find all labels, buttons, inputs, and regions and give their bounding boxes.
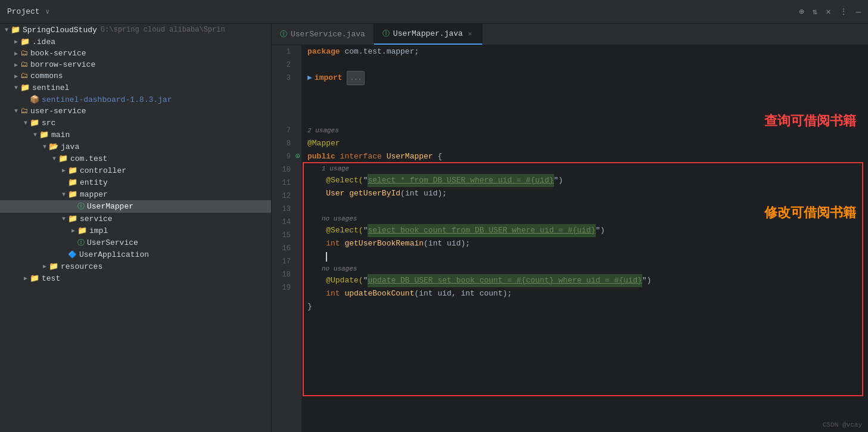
code-line-16-hint: no usages xyxy=(307,263,868,274)
space-11 xyxy=(344,187,349,200)
tree-item-user-service[interactable]: ▼ 🗂 user-service xyxy=(0,105,271,117)
tree-item-root[interactable]: ▼ 📁 SpringCloudStudy G:\spring cloud ali… xyxy=(0,24,271,36)
method-updatebookcount: updateBookCount xyxy=(344,287,414,300)
tree-item-userapplication[interactable]: 🔷 UserApplication xyxy=(0,249,271,260)
tree-label-service: service xyxy=(80,215,113,223)
code-line-16: @Update("update DB_USER set book_count =… xyxy=(307,274,868,287)
tree-item-idea[interactable]: ▶ 📁 .idea xyxy=(0,36,271,48)
toolbar-arrow-down: ∨ xyxy=(46,8,50,15)
more-icon[interactable]: ⋮ xyxy=(839,7,848,17)
ln-18: 18 xyxy=(272,268,295,281)
type-user: User xyxy=(326,187,344,200)
folder-icon-root: 📁 xyxy=(11,25,20,35)
resources-icon: 📁 xyxy=(49,262,58,271)
close-icon[interactable]: ✕ xyxy=(826,7,830,17)
code-line-13: @Select("select book_count from DB_USER … xyxy=(307,224,868,237)
annotation-mapper: @Mapper xyxy=(307,137,340,150)
expand-arrow-idea: ▶ xyxy=(12,38,20,45)
tree-item-borrow-service[interactable]: ▶ 🗂 borrow-service xyxy=(0,59,271,70)
tree-item-main[interactable]: ▼ 📁 main xyxy=(0,129,271,141)
q3: " xyxy=(363,224,368,237)
module-icon-borrow: 🗂 xyxy=(20,60,28,69)
globe-icon[interactable]: ⊕ xyxy=(799,7,804,17)
pkg-name: com.test.mapper; xyxy=(344,45,419,58)
ln-blank2 xyxy=(272,98,295,111)
ln-blank3 xyxy=(272,111,295,124)
tab-userservice[interactable]: Ⓘ UserService.java xyxy=(272,24,374,45)
expand-icon[interactable]: ⇅ xyxy=(813,7,817,17)
project-title[interactable]: Project xyxy=(7,7,40,16)
tree-item-userservice[interactable]: Ⓘ UserService xyxy=(0,237,271,249)
tab-usermapper[interactable]: Ⓘ UserMapper.java ✕ xyxy=(374,24,483,45)
tree-label-commons: commons xyxy=(30,72,63,80)
tab-label-userservice: UserService.java xyxy=(291,30,365,39)
import-collapse[interactable]: ... xyxy=(347,71,365,85)
tree-label-user-service: user-service xyxy=(30,107,86,116)
ln-7: 7 xyxy=(272,124,295,137)
tree-label-resources: resources xyxy=(61,262,102,271)
tree-item-sentinel-jar[interactable]: 📦 sentinel-dashboard-1.8.3.jar xyxy=(0,94,271,105)
ln-2: 2 xyxy=(272,58,295,72)
sql-select-1: select * from DB_USER where uid = #{uid} xyxy=(368,174,553,187)
kw-interface: interface xyxy=(340,150,387,163)
tab-label-usermapper: UserMapper.java xyxy=(393,29,463,38)
ln-12: 12 xyxy=(272,189,295,203)
minimize-icon[interactable]: — xyxy=(856,7,861,17)
tree-label-java: java xyxy=(61,142,79,151)
q5: " xyxy=(363,274,368,287)
usage-hint-2: 2 usages xyxy=(307,124,339,137)
tree-label-impl: impl xyxy=(89,226,108,235)
interface-icon-usermapper: Ⓘ xyxy=(77,201,85,212)
tree-item-src[interactable]: ▼ 📁 src xyxy=(0,117,271,129)
tree-label-borrow: borrow-service xyxy=(30,60,95,69)
sig-17: (int uid, int count); xyxy=(414,287,512,300)
expand-arrow-main: ▼ xyxy=(31,132,39,138)
expand-arrow-book: ▶ xyxy=(12,50,20,57)
tree-item-com-test[interactable]: ▼ 📁 com.test xyxy=(0,153,271,164)
code-line-4 xyxy=(307,85,868,98)
method-getbyid: getUserById xyxy=(349,187,400,200)
ln-3: 3 xyxy=(272,72,295,85)
import-arrow[interactable]: ▶ xyxy=(307,72,312,85)
code-editor[interactable]: 1 2 3 7 8 9 10 11 12 13 14 15 16 17 xyxy=(272,45,868,432)
ln-17: 17 xyxy=(272,255,295,268)
tab-close-usermapper[interactable]: ✕ xyxy=(466,29,474,38)
tree-item-commons[interactable]: ▶ 🗂 commons xyxy=(0,70,271,82)
sql-select-2: select book_count from DB_USER where uid… xyxy=(368,224,595,237)
code-line-17: int updateBookCount(int uid, int count); xyxy=(307,287,868,300)
tree-item-java[interactable]: ▼ 📂 java xyxy=(0,141,271,153)
ln-16: 16 xyxy=(272,242,295,255)
package-icon-service: 📁 xyxy=(68,214,77,223)
tree-label-userapplication: UserApplication xyxy=(79,250,149,259)
q1: " xyxy=(363,174,368,187)
tree-item-test[interactable]: ▶ 📁 test xyxy=(0,272,271,284)
tree-item-controller[interactable]: ▶ 📁 controller xyxy=(0,164,271,176)
ln-10: 10 xyxy=(272,163,295,176)
kw-int-17: int xyxy=(326,287,340,300)
ln-13: 13 xyxy=(272,203,295,216)
code-line-5 xyxy=(307,98,868,111)
tree-item-sentinel[interactable]: ▼ 📁 sentinel xyxy=(0,82,271,94)
ln-9: 9 xyxy=(272,150,295,163)
tree-item-service[interactable]: ▼ 📁 service xyxy=(0,213,271,225)
indent-15 xyxy=(307,250,326,263)
tree-label-com-test: com.test xyxy=(70,154,107,163)
tree-item-impl[interactable]: ▶ 📁 impl xyxy=(0,225,271,237)
tree-label-controller: controller xyxy=(80,166,126,175)
tree-path-hint: G:\spring cloud alibaba\Sprin xyxy=(101,26,225,34)
expand-arrow-root: ▼ xyxy=(2,27,11,33)
tree-item-usermapper[interactable]: Ⓘ UserMapper xyxy=(0,200,271,213)
tree-item-entity[interactable]: 📁 entity xyxy=(0,176,271,188)
usage-hint-line13: no usages xyxy=(307,212,357,225)
code-line-7: 2 usages xyxy=(307,124,868,137)
tree-label-userservice: UserService xyxy=(87,238,138,247)
code-line-14: int getUserBookRemain(int uid); xyxy=(307,237,868,250)
expand-arrow-resources: ▶ xyxy=(41,263,49,270)
tree-item-resources[interactable]: ▶ 📁 resources xyxy=(0,260,271,272)
tree-item-book-service[interactable]: ▶ 🗂 book-service xyxy=(0,48,271,59)
tree-item-mapper[interactable]: ▼ 📁 mapper xyxy=(0,188,271,200)
code-line-19 xyxy=(307,313,868,327)
tree-label-usermapper: UserMapper xyxy=(87,202,133,211)
code-line-11: User getUserById(int uid); xyxy=(307,187,868,200)
tree-label-main: main xyxy=(51,130,70,139)
